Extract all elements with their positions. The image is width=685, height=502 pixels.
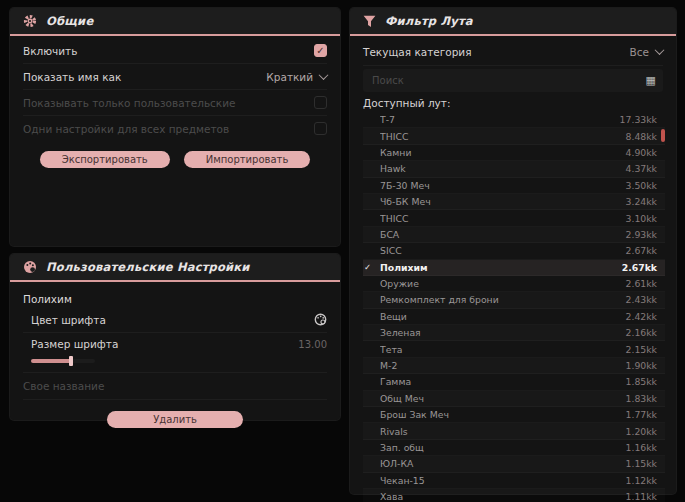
same-settings-label: Одни настройки для всех предметов xyxy=(23,123,229,135)
loot-item-row[interactable]: БСА2.93kk xyxy=(363,227,665,243)
loot-item-row[interactable]: М-21.90kk xyxy=(363,358,665,374)
only-custom-label: Показывать только пользовательские xyxy=(23,97,235,109)
only-custom-row: Показывать только пользовательские xyxy=(23,90,327,116)
loot-item-name: Полихим xyxy=(380,262,622,273)
same-settings-checkbox[interactable] xyxy=(314,122,327,135)
loot-item-row[interactable]: 7Б-30 Меч3.50kk xyxy=(363,178,665,194)
loot-item-row[interactable]: Чб-БК Меч3.24kk xyxy=(363,194,665,210)
custom-name-input[interactable] xyxy=(23,373,327,399)
loot-item-name: Чекан-15 xyxy=(380,475,626,486)
loot-item-name: Hawk xyxy=(380,163,626,174)
loot-item-name: THICC xyxy=(380,213,626,224)
custom-name-row xyxy=(23,372,327,400)
general-panel-header: Общие xyxy=(10,8,340,36)
loot-item-name: БСА xyxy=(380,229,626,240)
loot-item-row[interactable]: Зеленая2.16kk xyxy=(363,325,665,341)
loot-filter-panel: Фильтр Лута Текущая категория Все ▦ Дост… xyxy=(350,8,676,494)
loot-item-value: 4.90kk xyxy=(626,147,665,158)
available-loot-label: Доступный лут: xyxy=(363,97,663,109)
search-input[interactable] xyxy=(370,74,646,87)
funnel-icon xyxy=(363,15,376,28)
chevron-down-icon xyxy=(319,70,329,80)
loot-item-value: 4.37kk xyxy=(626,163,665,174)
loot-item-row[interactable]: Rivals1.20kk xyxy=(363,423,665,439)
loot-filter-title: Фильтр Лута xyxy=(385,14,473,28)
same-settings-row: Одни настройки для всех предметов xyxy=(23,116,327,141)
loot-item-name: Т-7 xyxy=(380,114,620,125)
loot-item-row[interactable]: ✓Полихим2.67kk xyxy=(363,260,665,276)
loot-item-row[interactable]: Общ Меч1.83kk xyxy=(363,391,665,407)
loot-item-name: THICC xyxy=(380,131,626,142)
color-picker-icon[interactable] xyxy=(314,313,327,326)
loot-item-row[interactable]: Чекан-151.12kk xyxy=(363,473,665,489)
loot-item-row[interactable]: ЮЛ-КА1.15kk xyxy=(363,456,665,472)
loot-item-value: 1.90kk xyxy=(626,360,665,371)
selected-check-icon: ✓ xyxy=(363,262,380,272)
delete-button[interactable]: Удалить xyxy=(107,411,243,428)
loot-item-row[interactable]: Камни4.90kk xyxy=(363,145,665,161)
loot-item-value: 1.11kk xyxy=(626,491,665,502)
font-color-row: Цвет шрифта xyxy=(23,307,327,333)
category-value: Все xyxy=(630,46,649,58)
loot-item-row[interactable]: Вещи2.42kk xyxy=(363,309,665,325)
enable-label: Включить xyxy=(23,45,77,57)
enable-row: Включить ✓ xyxy=(23,38,327,64)
loot-item-value: 1.85kk xyxy=(626,376,665,387)
custom-settings-header: Пользовательские Настройки xyxy=(10,254,340,282)
category-row: Текущая категория Все xyxy=(363,38,663,66)
loot-item-name: Rivals xyxy=(380,426,626,437)
loot-item-row[interactable]: Брош Зак Меч1.77kk xyxy=(363,407,665,423)
loot-item-row[interactable]: Оружие2.61kk xyxy=(363,276,665,292)
loot-item-name: SICC xyxy=(380,245,626,256)
loot-item-name: Тета xyxy=(380,344,626,355)
loot-item-name: Зеленая xyxy=(380,327,626,338)
gear-icon xyxy=(23,14,37,28)
loot-item-row[interactable]: THICC8.48kk xyxy=(363,128,665,144)
category-select[interactable]: Все xyxy=(630,46,663,58)
loot-item-value: 17.33kk xyxy=(620,114,665,125)
loot-item-value: 2.67kk xyxy=(622,262,665,273)
loot-item-name: Зап. общ xyxy=(380,442,626,453)
loot-item-name: Чб-БК Меч xyxy=(380,196,626,207)
loot-item-value: 1.16kk xyxy=(626,442,665,453)
import-button[interactable]: Импортировать xyxy=(184,151,311,168)
loot-item-name: Общ Меч xyxy=(380,393,626,404)
loot-item-value: 1.20kk xyxy=(626,426,665,437)
show-name-label: Показать имя как xyxy=(23,71,121,83)
loot-item-name: М-2 xyxy=(380,360,626,371)
export-button[interactable]: Экспортировать xyxy=(40,151,170,168)
loot-item-row[interactable]: Зап. общ1.16kk xyxy=(363,440,665,456)
loot-item-name: Оружие xyxy=(380,278,626,289)
only-custom-checkbox[interactable] xyxy=(314,96,327,109)
show-name-select[interactable]: Краткий xyxy=(266,71,327,83)
loot-item-row[interactable]: Хава1.11kk xyxy=(363,489,665,502)
show-name-row: Показать имя как Краткий xyxy=(23,64,327,90)
loot-item-row[interactable]: Гамма1.85kk xyxy=(363,374,665,390)
loot-item-row[interactable]: SICC2.67kk xyxy=(363,243,665,259)
loot-item-row[interactable]: Т-717.33kk xyxy=(363,112,665,128)
slider-fill xyxy=(31,359,71,363)
loot-item-value: 1.15kk xyxy=(626,458,665,469)
loot-item-value: 2.61kk xyxy=(626,278,665,289)
general-panel-title: Общие xyxy=(46,14,93,28)
loot-item-value: 3.50kk xyxy=(626,180,665,191)
loot-item-name: Вещи xyxy=(380,311,626,322)
loot-item-row[interactable]: Ремкомплект для брони2.43kk xyxy=(363,292,665,308)
loot-item-name: ЮЛ-КА xyxy=(380,458,626,469)
search-bar: ▦ xyxy=(363,69,663,92)
loot-item-value: 2.93kk xyxy=(626,229,665,240)
font-size-label: Размер шрифта xyxy=(31,338,118,350)
font-size-slider[interactable] xyxy=(31,356,95,366)
palette-icon xyxy=(23,260,37,274)
font-color-label: Цвет шрифта xyxy=(31,314,106,326)
loot-item-name: Хава xyxy=(380,491,626,502)
loot-item-row[interactable]: Hawk4.37kk xyxy=(363,161,665,177)
enable-checkbox[interactable]: ✓ xyxy=(314,44,327,57)
grid-view-icon[interactable]: ▦ xyxy=(646,75,656,86)
slider-handle[interactable] xyxy=(69,356,73,366)
loot-item-row[interactable]: THICC3.10kk xyxy=(363,210,665,226)
loot-item-row[interactable]: Тета2.15kk xyxy=(363,341,665,357)
loot-item-value: 2.42kk xyxy=(626,311,665,322)
font-size-value: 13.00 xyxy=(298,339,327,350)
scrollbar-thumb[interactable] xyxy=(661,129,665,142)
